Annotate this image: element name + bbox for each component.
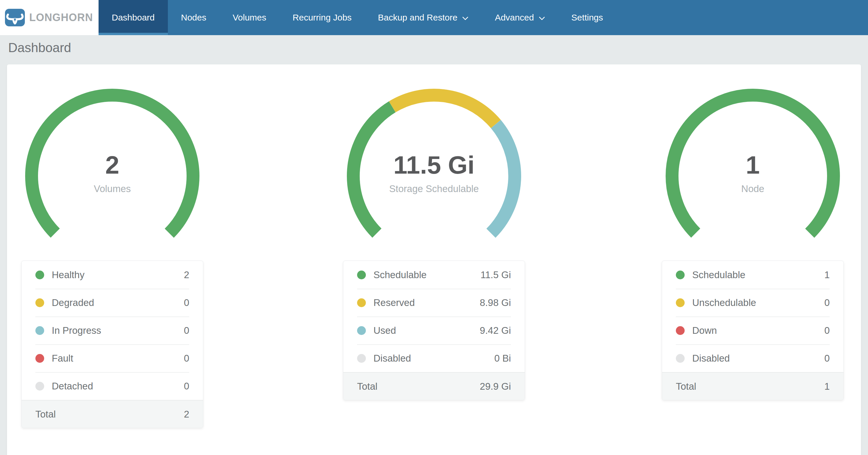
nav-item-label: Dashboard [112, 12, 155, 23]
legend-row: Unschedulable0 [662, 289, 843, 316]
legend-total-value: 1 [825, 381, 830, 392]
legend-label: Fault [52, 353, 184, 364]
node-label: Node [741, 182, 765, 195]
nav-item-settings[interactable]: Settings [558, 0, 616, 35]
nav-item-advanced[interactable]: Advanced [482, 0, 558, 35]
legend-value: 0 [184, 325, 189, 336]
volumes-gauge: 2 Volumes [19, 82, 206, 270]
nav-menu: DashboardNodesVolumesRecurring JobsBacku… [98, 0, 616, 35]
legend-value: 11.5 Gi [480, 269, 511, 281]
legend-row: Detached0 [22, 372, 203, 400]
nav-item-label: Nodes [181, 12, 207, 23]
brand[interactable]: LONGHORN [0, 0, 98, 35]
storage-schedulable-label: Storage Schedulable [389, 182, 479, 195]
nav-item-label: Settings [571, 12, 603, 23]
legend-label: Reserved [373, 297, 480, 308]
legend-total-label: Total [35, 409, 184, 420]
legend-row: Schedulable11.5 Gi [343, 261, 525, 289]
longhorn-logo-icon [5, 9, 25, 26]
legend-color-dot [676, 298, 685, 307]
legend-value: 0 [825, 297, 830, 308]
brand-name: LONGHORN [29, 11, 93, 24]
nodes-gauge: 1 Node [659, 82, 846, 270]
legend-row: Disabled0 Bi [343, 344, 525, 372]
nodes-section: 1 Node Schedulable1Unschedulable0Down0Di… [662, 64, 844, 455]
legend-row: Used9.42 Gi [343, 316, 525, 344]
storage-legend: Schedulable11.5 GiReserved8.98 GiUsed9.4… [343, 261, 525, 400]
legend-label: Degraded [52, 297, 184, 308]
legend-label: Used [373, 325, 480, 336]
chevron-down-icon [462, 12, 468, 23]
legend-value: 0 [184, 381, 189, 392]
legend-total-value: 2 [184, 409, 189, 420]
legend-value: 0 [825, 325, 830, 336]
legend-color-dot [357, 326, 366, 335]
legend-value: 0 Bi [494, 353, 511, 364]
legend-row: Schedulable1 [662, 261, 843, 289]
legend-label: Schedulable [373, 269, 480, 281]
legend-label: Detached [52, 381, 184, 392]
storage-section: 11.5 Gi Storage Schedulable Schedulable1… [343, 64, 525, 455]
nav-item-recurring-jobs[interactable]: Recurring Jobs [280, 0, 365, 35]
legend-value: 2 [184, 269, 189, 281]
legend-value: 8.98 Gi [480, 297, 511, 308]
volumes-legend: Healthy2Degraded0In Progress0Fault0Detac… [21, 261, 203, 428]
legend-total-label: Total [676, 381, 825, 392]
chevron-down-icon [539, 12, 545, 23]
nav-item-volumes[interactable]: Volumes [219, 0, 279, 35]
legend-row: Disabled0 [662, 344, 843, 372]
legend-label: Disabled [692, 353, 825, 364]
legend-color-dot [357, 298, 366, 307]
legend-total-value: 29.9 Gi [480, 381, 511, 392]
nav-item-backup-and-restore[interactable]: Backup and Restore [365, 0, 482, 35]
volumes-count: 2 [105, 150, 119, 179]
legend-total-row: Total29.9 Gi [343, 372, 525, 400]
nav-item-nodes[interactable]: Nodes [168, 0, 220, 35]
dashboard-card: 2 Volumes Healthy2Degraded0In Progress0F… [7, 64, 861, 455]
legend-color-dot [35, 326, 44, 335]
legend-row: Healthy2 [22, 261, 203, 289]
legend-color-dot [357, 354, 366, 363]
storage-schedulable-value: 11.5 Gi [393, 150, 474, 179]
nav-item-dashboard[interactable]: Dashboard [98, 0, 168, 35]
top-navbar: LONGHORN DashboardNodesVolumesRecurring … [0, 0, 868, 35]
volumes-label: Volumes [94, 182, 131, 195]
node-count: 1 [746, 150, 760, 179]
legend-color-dot [676, 326, 685, 335]
volumes-section: 2 Volumes Healthy2Degraded0In Progress0F… [21, 64, 203, 455]
legend-color-dot [35, 298, 44, 307]
legend-value: 1 [825, 269, 830, 281]
legend-value: 0 [825, 353, 830, 364]
legend-label: Healthy [52, 269, 184, 281]
nodes-gauge-center: 1 Node [659, 79, 846, 266]
legend-label: Down [692, 325, 825, 336]
legend-row: Down0 [662, 316, 843, 344]
legend-total-row: Total1 [662, 372, 843, 400]
storage-gauge-center: 11.5 Gi Storage Schedulable [340, 79, 528, 266]
legend-color-dot [35, 271, 44, 279]
legend-color-dot [676, 271, 685, 279]
legend-row: Reserved8.98 Gi [343, 289, 525, 316]
legend-row: In Progress0 [22, 316, 203, 344]
nodes-legend: Schedulable1Unschedulable0Down0Disabled0… [662, 261, 844, 400]
legend-total-label: Total [357, 381, 480, 392]
legend-row: Fault0 [22, 344, 203, 372]
nav-item-label: Advanced [495, 12, 534, 23]
legend-label: Disabled [373, 353, 494, 364]
active-tab-underline [98, 33, 168, 35]
legend-value: 0 [184, 297, 189, 308]
volumes-gauge-center: 2 Volumes [19, 79, 206, 266]
legend-label: In Progress [52, 325, 184, 336]
legend-value: 0 [184, 353, 189, 364]
legend-color-dot [35, 382, 44, 391]
legend-color-dot [357, 271, 366, 279]
nav-item-label: Backup and Restore [378, 12, 457, 23]
legend-value: 9.42 Gi [480, 325, 511, 336]
page-title: Dashboard [8, 40, 71, 55]
legend-label: Schedulable [692, 269, 825, 281]
legend-color-dot [676, 354, 685, 363]
storage-gauge: 11.5 Gi Storage Schedulable [340, 82, 528, 270]
nav-item-label: Recurring Jobs [293, 12, 352, 23]
legend-row: Degraded0 [22, 289, 203, 316]
legend-label: Unschedulable [692, 297, 825, 308]
